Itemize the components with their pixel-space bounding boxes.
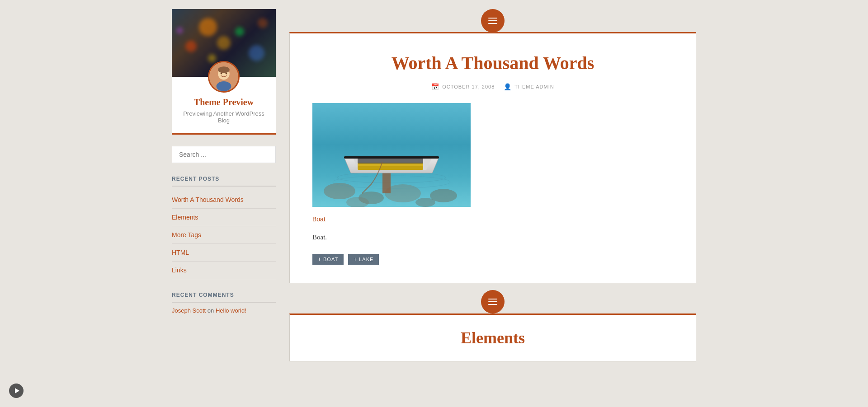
- list-item: Elements: [172, 209, 276, 226]
- recent-post-link-1[interactable]: Worth A Thousand Words: [172, 196, 244, 203]
- article-meta: 📅 October 17, 2008 👤 Theme Admin: [312, 83, 673, 90]
- page-wrapper: Theme Preview Previewing Another WordPre…: [163, 9, 705, 398]
- next-article-title: Elements: [312, 328, 673, 347]
- main-content: Worth A Thousand Words 📅 October 17, 200…: [289, 9, 696, 361]
- sidebar-profile-card: Theme Preview Previewing Another WordPre…: [172, 9, 276, 135]
- article-author: Theme Admin: [514, 84, 554, 89]
- article-image-caption: Boat: [312, 215, 673, 223]
- recent-comment-1: Joseph Scott on Hello world!: [172, 307, 276, 314]
- list-item: HTML: [172, 244, 276, 262]
- recent-comments-heading: Recent Comments: [172, 292, 276, 303]
- list-item: Links: [172, 262, 276, 279]
- menu-button-bottom-wrap: [289, 290, 696, 313]
- search-input[interactable]: [172, 146, 276, 163]
- sidebar-search-section: [172, 146, 276, 163]
- avatar-icon: [209, 61, 238, 93]
- next-post-section: Elements: [289, 290, 696, 361]
- svg-rect-17: [358, 166, 423, 170]
- article-date-item: 📅 October 17, 2008: [431, 83, 495, 90]
- list-item: More Tags: [172, 226, 276, 244]
- svg-point-2: [218, 66, 230, 73]
- recent-post-link-4[interactable]: HTML: [172, 249, 189, 256]
- svg-point-12: [415, 198, 435, 207]
- article-body-text: Boat.: [312, 232, 673, 243]
- article-date: October 17, 2008: [442, 84, 495, 89]
- hamburger-line-3: [488, 23, 497, 24]
- menu-button-bottom[interactable]: [481, 290, 505, 313]
- svg-point-4: [221, 73, 222, 75]
- article-card: Worth A Thousand Words 📅 October 17, 200…: [289, 32, 696, 283]
- avatar: [208, 61, 240, 93]
- hamburger-line-b2: [488, 301, 497, 302]
- recent-posts-heading: Recent Posts: [172, 176, 276, 187]
- svg-point-5: [226, 73, 227, 75]
- next-article-card: Elements: [289, 313, 696, 361]
- tag-boat-button[interactable]: BOAT: [312, 254, 344, 265]
- article-boat-image: [312, 103, 471, 207]
- menu-button-top-wrap: [289, 9, 696, 33]
- article-title: Worth A Thousand Words: [312, 51, 673, 75]
- svg-point-3: [217, 81, 231, 91]
- sidebar: Theme Preview Previewing Another WordPre…: [172, 9, 276, 314]
- calendar-icon: 📅: [431, 83, 439, 90]
- recent-post-link-3[interactable]: More Tags: [172, 231, 201, 239]
- hamburger-line-b1: [488, 299, 497, 299]
- comment-on-text: on: [208, 307, 214, 314]
- comment-author-link[interactable]: Joseph Scott: [172, 307, 206, 314]
- hamburger-line-1: [488, 18, 497, 19]
- hamburger-line-2: [488, 20, 497, 21]
- recent-post-link-2[interactable]: Elements: [172, 214, 198, 221]
- article-image-wrap: [312, 103, 673, 209]
- play-button[interactable]: [9, 384, 24, 398]
- svg-rect-18: [358, 158, 423, 164]
- svg-point-7: [324, 183, 355, 199]
- sidebar-profile-title: Theme Preview: [179, 97, 269, 108]
- article-tags: BOAT LAKE: [312, 254, 673, 265]
- person-icon: 👤: [504, 83, 512, 90]
- svg-rect-19: [344, 156, 439, 159]
- menu-button-top[interactable]: [481, 9, 505, 33]
- comment-post-link[interactable]: Hello world!: [216, 307, 246, 314]
- avatar-wrap: [172, 61, 276, 93]
- tag-lake-button[interactable]: LAKE: [348, 254, 379, 265]
- list-item: Worth A Thousand Words: [172, 191, 276, 209]
- sidebar-profile-subtitle: Previewing Another WordPress Blog: [179, 110, 269, 124]
- sidebar-profile-info: Theme Preview Previewing Another WordPre…: [172, 93, 276, 133]
- hamburger-line-b3: [488, 304, 497, 305]
- recent-posts-list: Worth A Thousand Words Elements More Tag…: [172, 191, 276, 279]
- article-author-item: 👤 Theme Admin: [504, 83, 554, 90]
- recent-post-link-5[interactable]: Links: [172, 267, 187, 274]
